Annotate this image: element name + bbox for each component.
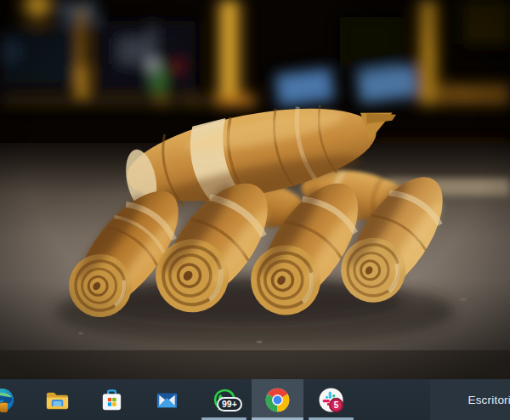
taskbar-item-slack[interactable]: 5	[305, 379, 357, 420]
taskbar-item-microsoft-store[interactable]	[86, 379, 138, 420]
desktop-screen: 99+	[0, 0, 510, 420]
taskbar-item-chrome[interactable]	[252, 379, 303, 420]
edge-overlay-badge-icon	[0, 402, 8, 412]
wallpaper	[0, 0, 510, 379]
whatsapp-unread-badge: 99+	[217, 397, 242, 411]
file-explorer-icon	[44, 387, 71, 413]
taskbar-item-edge[interactable]	[0, 379, 28, 420]
slack-unread-badge: 5	[329, 398, 343, 412]
mail-icon	[154, 387, 180, 413]
microsoft-store-icon	[99, 387, 125, 413]
taskbar-item-file-explorer[interactable]	[31, 379, 83, 420]
taskbar-item-mail[interactable]	[141, 379, 193, 420]
chrome-icon	[264, 387, 291, 413]
wallpaper-photo	[0, 0, 510, 379]
desktop-toolbar[interactable]: Escritori	[430, 379, 510, 420]
desktop-toolbar-label: Escritori	[468, 394, 510, 406]
taskbar: 99+	[0, 379, 510, 420]
taskbar-item-whatsapp[interactable]: 99+	[198, 379, 250, 420]
